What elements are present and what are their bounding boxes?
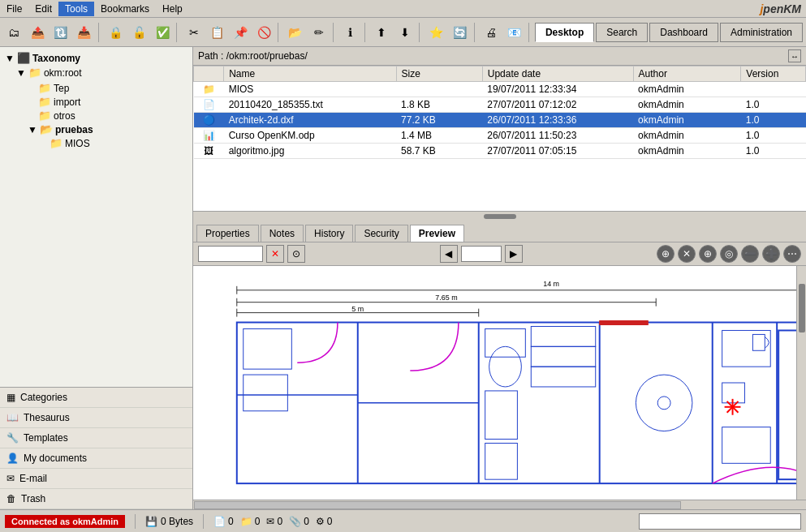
tasks-count: 0 <box>327 516 333 527</box>
toolbar-bookmark[interactable]: ⭐ <box>425 21 447 44</box>
sidebar-item-templates[interactable]: 🔧 Templates <box>0 428 192 448</box>
preview-btn4[interactable]: ◎ <box>720 245 738 263</box>
toolbar-unlock[interactable]: 🔓 <box>128 21 150 44</box>
row-size <box>396 82 482 97</box>
toolbar-sync[interactable]: 🔄 <box>449 21 471 44</box>
mydocuments-icon: 👤 <box>6 453 19 464</box>
toolbar-export[interactable]: ⬇ <box>394 21 416 44</box>
toolbar-new-folder[interactable]: 🗂 <box>3 21 25 44</box>
col-header-version[interactable]: Version <box>741 66 806 82</box>
sidebar-item-email[interactable]: ✉ E-mail <box>0 469 192 489</box>
row-author: okmAdmin <box>633 144 741 159</box>
toolbar-paste[interactable]: 📌 <box>230 21 252 44</box>
preview-scrollbar[interactable] <box>796 266 806 500</box>
tree-item-tep[interactable]: 📁 Tep <box>26 81 189 95</box>
preview-zoom-in-btn[interactable]: ➕ <box>762 245 780 263</box>
sidebar-item-mydocuments[interactable]: 👤 My documents <box>0 448 192 469</box>
toolbar-checkin[interactable]: ✅ <box>152 21 174 44</box>
folder-icon-pruebas: 📂 <box>40 123 53 135</box>
preview-prev-btn[interactable]: ◀ <box>440 245 458 263</box>
toolbar-move[interactable]: 📂 <box>284 21 306 44</box>
col-header-author[interactable]: Author <box>633 66 741 82</box>
sidebar: ▼ ⬛ Taxonomy ▼ 📁 okm:root 📁 Tep <box>0 47 193 509</box>
toolbar-copy[interactable]: 📋 <box>206 21 228 44</box>
toolbar-scanner[interactable]: 🖨 <box>480 21 502 44</box>
status-docs: 📄 0 <box>213 516 234 527</box>
tab-history[interactable]: History <box>305 225 353 242</box>
table-row[interactable]: 🖼 algoritmo.jpg 58.7 KB 27/07/2011 07:05… <box>194 144 806 159</box>
mail-status-icon: ✉ <box>266 516 274 527</box>
sidebar-item-thesaurus[interactable]: 📖 Thesaurus <box>0 408 192 428</box>
svg-rect-21 <box>244 328 292 369</box>
preview-next-btn[interactable]: ▶ <box>505 245 523 263</box>
menu-bookmarks[interactable]: Bookmarks <box>94 2 156 16</box>
scrollbar-thumb[interactable] <box>799 284 805 332</box>
toolbar-refresh[interactable]: 🔃 <box>50 21 72 44</box>
scroll-thumb[interactable] <box>484 214 516 219</box>
toolbar-upload[interactable]: 📤 <box>27 21 49 44</box>
preview-btn1[interactable]: ⊕ <box>657 245 675 263</box>
email-label: E-mail <box>19 473 47 484</box>
row-size: 58.7 KB <box>396 144 482 159</box>
status-bar: Connected as okmAdmin 💾 0 Bytes 📄 0 📁 0 … <box>0 509 806 532</box>
tab-preview[interactable]: Preview <box>410 225 464 242</box>
toolbar-delete[interactable]: 🚫 <box>253 21 275 44</box>
tab-dashboard[interactable]: Dashboard <box>649 23 718 42</box>
toolbar-lock[interactable]: 🔒 <box>105 21 127 44</box>
tab-administration[interactable]: Administration <box>720 23 803 42</box>
sidebar-item-categories[interactable]: ▦ Categories <box>0 388 192 408</box>
table-row[interactable]: 📁 MIOS 19/07/2011 12:33:34 okmAdmin <box>194 82 806 97</box>
table-row[interactable]: 🔵 Architek-2d.dxf 77.2 KB 26/07/2011 12:… <box>194 113 806 128</box>
toolbar-rename[interactable]: ✏ <box>308 21 330 44</box>
preview-clear-btn[interactable]: ✕ <box>266 245 284 263</box>
file-table: Name Size Update date Author Version 📁 M… <box>193 66 806 159</box>
col-header-size[interactable]: Size <box>396 66 482 82</box>
horizontal-scrollbar[interactable] <box>193 500 806 509</box>
menu-file[interactable]: File <box>0 2 28 16</box>
tree-item-otros[interactable]: 📁 otros <box>26 109 189 122</box>
svg-rect-36 <box>778 330 796 479</box>
col-header-date[interactable]: Update date <box>482 66 633 82</box>
toolbar-download[interactable]: 📥 <box>73 21 95 44</box>
h-scroll-thumb[interactable] <box>194 501 681 509</box>
attachment-icon: 📎 <box>289 516 301 527</box>
svg-rect-23 <box>485 328 526 357</box>
tree-item-import[interactable]: 📁 import <box>26 95 189 109</box>
preview-zoom-fit-btn[interactable]: ⊙ <box>287 245 305 263</box>
preview-page-input[interactable]: 1 / 1 <box>461 246 502 262</box>
status-search-input[interactable] <box>639 513 801 530</box>
tree-item-root[interactable]: ▼ 📁 okm:root <box>15 66 189 79</box>
table-row[interactable]: 📊 Curso OpenKM.odp 1.4 MB 26/07/2011 11:… <box>194 128 806 144</box>
col-header-name[interactable]: Name <box>224 66 396 82</box>
tab-security[interactable]: Security <box>355 225 407 242</box>
table-row[interactable]: 📄 20110420_185355.txt 1.8 KB 27/07/2011 … <box>194 97 806 113</box>
toolbar-import[interactable]: ⬆ <box>370 21 392 44</box>
folder-icon-otros: 📁 <box>38 109 51 122</box>
toolbar: 🗂 📤 🔃 📥 🔒 🔓 ✅ ✂ 📋 📌 🚫 📂 ✏ ℹ ⬆ ⬇ ⭐ 🔄 🖨 📧 … <box>0 18 806 47</box>
toolbar-cut[interactable]: ✂ <box>183 21 205 44</box>
preview-search-input[interactable] <box>198 246 263 262</box>
tab-desktop[interactable]: Desktop <box>535 23 594 42</box>
tab-search[interactable]: Search <box>596 23 648 42</box>
toolbar-mail[interactable]: 📧 <box>503 21 525 44</box>
preview-btn2[interactable]: ✕ <box>678 245 696 263</box>
tab-notes[interactable]: Notes <box>261 225 304 242</box>
menu-tools[interactable]: Tools <box>58 2 94 16</box>
sidebar-item-trash[interactable]: 🗑 Trash <box>0 489 192 509</box>
preview-btn3[interactable]: ⊕ <box>699 245 717 263</box>
expand-button[interactable]: ↔ <box>788 49 801 62</box>
preview-menu-btn[interactable]: ⋯ <box>783 245 801 263</box>
menu-edit[interactable]: Edit <box>28 2 58 16</box>
menu-help[interactable]: Help <box>156 2 189 16</box>
svg-rect-27 <box>531 326 595 346</box>
preview-zoom-out-btn[interactable]: ➖ <box>741 245 759 263</box>
tree-item-pruebas[interactable]: ▼ 📂 pruebas <box>26 122 189 136</box>
tree-item-mios[interactable]: 📁 MIOS <box>37 136 189 150</box>
col-header-icon <box>194 66 224 82</box>
toolbar-properties[interactable]: ℹ <box>339 21 361 44</box>
tab-properties[interactable]: Properties <box>196 225 259 242</box>
path-label: Path : <box>198 50 223 62</box>
row-name: 20110420_185355.txt <box>224 97 396 113</box>
row-icon: 📁 <box>194 82 224 97</box>
svg-rect-22 <box>244 375 288 411</box>
